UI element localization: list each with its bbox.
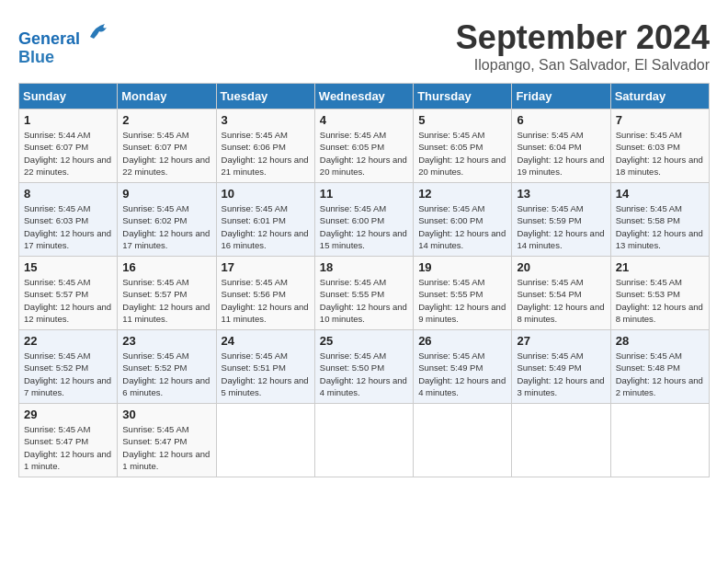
calendar-cell: 22Sunrise: 5:45 AM Sunset: 5:52 PM Dayli… [19,330,118,404]
cell-content: Sunrise: 5:45 AM Sunset: 6:05 PM Dayligh… [320,129,408,178]
calendar-cell: 28Sunrise: 5:45 AM Sunset: 5:48 PM Dayli… [610,330,709,404]
calendar-cell: 13Sunrise: 5:45 AM Sunset: 5:59 PM Dayli… [512,183,610,257]
logo: General Blue [18,18,112,67]
day-number: 12 [418,187,506,201]
day-number: 13 [517,187,605,201]
logo-bird-icon [86,18,112,44]
calendar-cell: 16Sunrise: 5:45 AM Sunset: 5:57 PM Dayli… [118,257,216,330]
cell-content: Sunrise: 5:45 AM Sunset: 5:47 PM Dayligh… [24,423,112,472]
cell-content: Sunrise: 5:45 AM Sunset: 6:03 PM Dayligh… [616,129,704,178]
calendar-cell: 30Sunrise: 5:45 AM Sunset: 5:47 PM Dayli… [118,404,216,477]
day-number: 2 [122,113,210,127]
day-number: 17 [222,260,310,274]
day-number: 8 [24,187,112,201]
cell-content: Sunrise: 5:45 AM Sunset: 6:06 PM Dayligh… [222,129,310,178]
col-header-tuesday: Tuesday [216,84,314,109]
cell-content: Sunrise: 5:45 AM Sunset: 5:55 PM Dayligh… [320,276,408,325]
header: General Blue September 2024 Ilopango, Sa… [18,18,710,74]
col-header-friday: Friday [512,84,610,109]
title-area: September 2024 Ilopango, San Salvador, E… [456,18,710,74]
calendar-cell: 5Sunrise: 5:45 AM Sunset: 6:05 PM Daylig… [414,109,512,183]
calendar-cell: 25Sunrise: 5:45 AM Sunset: 5:50 PM Dayli… [314,330,413,404]
calendar-table: SundayMondayTuesdayWednesdayThursdayFrid… [18,83,710,477]
day-number: 22 [24,334,112,348]
logo-blue: Blue [18,48,54,66]
day-number: 16 [122,260,210,274]
cell-content: Sunrise: 5:45 AM Sunset: 5:47 PM Dayligh… [122,423,210,472]
day-number: 3 [222,113,310,127]
cell-content: Sunrise: 5:45 AM Sunset: 5:51 PM Dayligh… [222,350,310,398]
cell-content: Sunrise: 5:45 AM Sunset: 5:52 PM Dayligh… [24,350,112,398]
cell-content: Sunrise: 5:45 AM Sunset: 5:49 PM Dayligh… [418,350,506,398]
cell-content: Sunrise: 5:45 AM Sunset: 6:00 PM Dayligh… [418,202,506,251]
col-header-wednesday: Wednesday [314,84,413,109]
cell-content: Sunrise: 5:45 AM Sunset: 5:57 PM Dayligh… [122,276,210,325]
cell-content: Sunrise: 5:45 AM Sunset: 5:48 PM Dayligh… [616,350,704,398]
day-number: 10 [222,187,310,201]
calendar-cell [610,404,709,477]
cell-content: Sunrise: 5:45 AM Sunset: 5:56 PM Dayligh… [222,276,310,325]
cell-content: Sunrise: 5:45 AM Sunset: 6:05 PM Dayligh… [418,129,506,178]
calendar-cell: 19Sunrise: 5:45 AM Sunset: 5:55 PM Dayli… [414,257,512,330]
day-number: 15 [24,260,112,274]
calendar-cell: 26Sunrise: 5:45 AM Sunset: 5:49 PM Dayli… [414,330,512,404]
calendar-cell [414,404,512,477]
cell-content: Sunrise: 5:45 AM Sunset: 5:55 PM Dayligh… [418,276,506,325]
calendar-cell: 27Sunrise: 5:45 AM Sunset: 5:49 PM Dayli… [512,330,610,404]
cell-content: Sunrise: 5:45 AM Sunset: 5:54 PM Dayligh… [517,276,605,325]
calendar-cell: 12Sunrise: 5:45 AM Sunset: 6:00 PM Dayli… [414,183,512,257]
calendar-cell: 9Sunrise: 5:45 AM Sunset: 6:02 PM Daylig… [118,183,216,257]
calendar-cell: 8Sunrise: 5:45 AM Sunset: 6:03 PM Daylig… [19,183,118,257]
cell-content: Sunrise: 5:45 AM Sunset: 6:02 PM Dayligh… [122,202,210,251]
calendar-cell: 1Sunrise: 5:44 AM Sunset: 6:07 PM Daylig… [19,109,118,183]
day-number: 1 [24,113,112,127]
col-header-thursday: Thursday [414,84,512,109]
day-number: 24 [222,334,310,348]
calendar-cell [216,404,314,477]
calendar-cell: 17Sunrise: 5:45 AM Sunset: 5:56 PM Dayli… [216,257,314,330]
location-title: Ilopango, San Salvador, El Salvador [456,57,710,74]
day-number: 6 [517,113,605,127]
calendar-cell [512,404,610,477]
calendar-cell: 29Sunrise: 5:45 AM Sunset: 5:47 PM Dayli… [19,404,118,477]
month-title: September 2024 [456,18,710,57]
calendar-cell: 21Sunrise: 5:45 AM Sunset: 5:53 PM Dayli… [610,257,709,330]
cell-content: Sunrise: 5:45 AM Sunset: 5:57 PM Dayligh… [24,276,112,325]
cell-content: Sunrise: 5:45 AM Sunset: 5:53 PM Dayligh… [616,276,704,325]
col-header-monday: Monday [118,84,216,109]
calendar-cell: 14Sunrise: 5:45 AM Sunset: 5:58 PM Dayli… [610,183,709,257]
day-number: 26 [418,334,506,348]
day-number: 20 [517,260,605,274]
day-number: 30 [122,408,210,421]
day-number: 11 [320,187,408,201]
calendar-cell: 11Sunrise: 5:45 AM Sunset: 6:00 PM Dayli… [314,183,413,257]
day-number: 14 [616,187,704,201]
day-number: 19 [418,260,506,274]
calendar-cell: 15Sunrise: 5:45 AM Sunset: 5:57 PM Dayli… [19,257,118,330]
calendar-cell: 18Sunrise: 5:45 AM Sunset: 5:55 PM Dayli… [314,257,413,330]
calendar-cell: 6Sunrise: 5:45 AM Sunset: 6:04 PM Daylig… [512,109,610,183]
cell-content: Sunrise: 5:45 AM Sunset: 5:59 PM Dayligh… [517,202,605,251]
day-number: 5 [418,113,506,127]
calendar-cell: 20Sunrise: 5:45 AM Sunset: 5:54 PM Dayli… [512,257,610,330]
cell-content: Sunrise: 5:45 AM Sunset: 5:52 PM Dayligh… [122,350,210,398]
day-number: 21 [616,260,704,274]
day-number: 28 [616,334,704,348]
cell-content: Sunrise: 5:45 AM Sunset: 6:07 PM Dayligh… [122,129,210,178]
col-header-sunday: Sunday [19,84,118,109]
cell-content: Sunrise: 5:45 AM Sunset: 6:01 PM Dayligh… [222,202,310,251]
cell-content: Sunrise: 5:45 AM Sunset: 6:03 PM Dayligh… [24,202,112,251]
day-number: 18 [320,260,408,274]
day-number: 4 [320,113,408,127]
cell-content: Sunrise: 5:45 AM Sunset: 6:04 PM Dayligh… [517,129,605,178]
cell-content: Sunrise: 5:45 AM Sunset: 5:50 PM Dayligh… [320,350,408,398]
day-number: 25 [320,334,408,348]
day-number: 9 [122,187,210,201]
calendar-cell: 2Sunrise: 5:45 AM Sunset: 6:07 PM Daylig… [118,109,216,183]
calendar-cell: 3Sunrise: 5:45 AM Sunset: 6:06 PM Daylig… [216,109,314,183]
cell-content: Sunrise: 5:45 AM Sunset: 5:58 PM Dayligh… [616,202,704,251]
logo-general: General [18,29,80,48]
day-number: 7 [616,113,704,127]
cell-content: Sunrise: 5:45 AM Sunset: 6:00 PM Dayligh… [320,202,408,251]
calendar-cell: 23Sunrise: 5:45 AM Sunset: 5:52 PM Dayli… [118,330,216,404]
